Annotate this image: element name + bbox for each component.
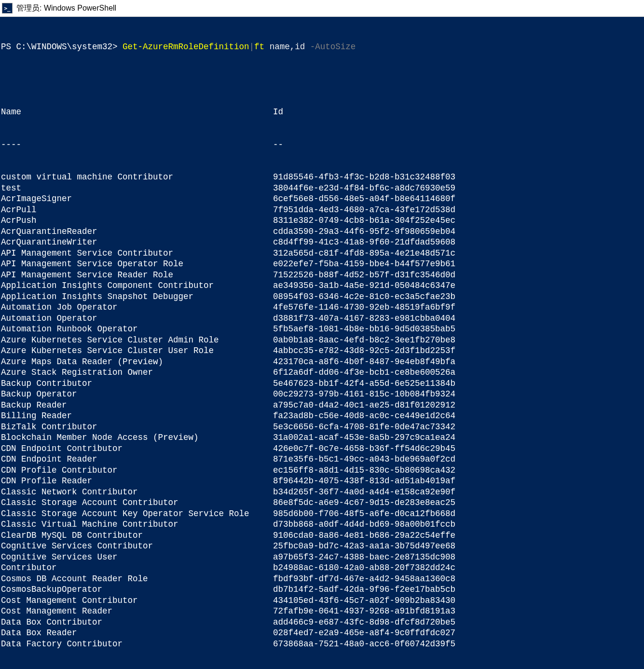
role-name-cell: ClearDB MySQL DB Contributor: [1, 530, 273, 541]
table-row: API Management Service Reader Role715225…: [0, 270, 644, 281]
pipe-char: |: [249, 42, 255, 52]
column-header-id: Id: [273, 107, 572, 118]
role-id-cell: fa23ad8b-c56e-40d8-ac0c-ce449e1d2c64: [273, 410, 572, 422]
table-row: ClearDB MySQL DB Contributor9106cda0-8a8…: [0, 530, 644, 541]
role-name-cell: AcrPush: [1, 215, 273, 226]
role-name-cell: Automation Job Operator: [1, 302, 273, 313]
role-name-cell: AcrImageSigner: [1, 193, 273, 205]
table-row: API Management Service Contributor312a56…: [0, 248, 644, 259]
role-id-cell: 673868aa-7521-48a0-acc6-0f60742d39f5: [273, 639, 572, 650]
role-name-cell: CDN Profile Reader: [1, 476, 273, 487]
role-name-cell: Automation Operator: [1, 313, 273, 324]
terminal-output[interactable]: PS C:\WINDOWS\system32> Get-AzureRmRoleD…: [0, 17, 644, 669]
role-id-cell: 7f951dda-4ed3-4680-a7ca-43fe172d538d: [273, 205, 572, 216]
table-row: Blockchain Member Node Access (Preview)3…: [0, 432, 644, 443]
role-id-cell: 5e467623-bb1f-42f4-a55d-6e525e11384b: [273, 378, 572, 389]
role-id-cell: 434105ed-43f6-45c7-a02f-909b2ba83430: [273, 595, 572, 606]
role-name-cell: Azure Stack Registration Owner: [1, 367, 273, 378]
role-name-cell: Backup Contributor: [1, 378, 273, 389]
role-name-cell: Classic Storage Account Contributor: [1, 497, 273, 508]
table-row: Azure Kubernetes Service Cluster Admin R…: [0, 335, 644, 346]
role-id-cell: 71522526-b88f-4d52-b57f-d31fc3546d0d: [273, 270, 572, 281]
table-row: Cognitive Services Contributor25fbc0a9-b…: [0, 541, 644, 552]
role-name-cell: custom virtual machine Contributor: [1, 172, 273, 183]
table-row: Cosmos DB Account Reader Rolefbdf93bf-df…: [0, 573, 644, 585]
role-name-cell: API Management Service Operator Role: [1, 259, 273, 270]
role-name-cell: Billing Reader: [1, 410, 273, 422]
role-id-cell: add466c9-e687-43fc-8d98-dfcf8d720be5: [273, 617, 572, 628]
window-title-bar[interactable]: >_ 管理员: Windows PowerShell: [0, 0, 644, 17]
role-name-cell: AcrQuarantineReader: [1, 226, 273, 237]
role-name-cell: Cost Management Contributor: [1, 595, 273, 606]
table-row: Cognitive Services Usera97b65f3-24c7-438…: [0, 552, 644, 563]
role-id-cell: 426e0c7f-0c7e-4658-b36f-ff54d6c29b45: [273, 443, 572, 454]
role-id-cell: ec156ff8-a8d1-4d15-830c-5b80698ca432: [273, 465, 572, 476]
ft-cmd: ft: [254, 42, 264, 52]
table-row: Classic Storage Account Key Operator Ser…: [0, 508, 644, 519]
window-title-text: 管理员: Windows PowerShell: [16, 3, 116, 14]
table-body: custom virtual machine Contributor91d855…: [0, 172, 644, 649]
role-name-cell: Azure Maps Data Reader (Preview): [1, 356, 273, 368]
role-id-cell: 00c29273-979b-4161-815c-10b084fb9324: [273, 389, 572, 400]
role-id-cell: 0ab0b1a8-8aac-4efd-b8c2-3ee1fb270be8: [273, 335, 572, 346]
role-name-cell: Classic Storage Account Key Operator Ser…: [1, 508, 273, 519]
role-id-cell: 312a565d-c81f-4fd8-895a-4e21e48d571c: [273, 248, 572, 259]
role-id-cell: e022efe7-f5ba-4159-bbe4-b44f577e9b61: [273, 259, 572, 270]
column-header-name: Name: [1, 107, 273, 118]
table-row: Data Factory Contributor673868aa-7521-48…: [0, 639, 644, 650]
role-id-cell: 31a002a1-acaf-453e-8a5b-297c9ca1ea24: [273, 432, 572, 443]
table-row: BizTalk Contributor5e3c6656-6cfa-4708-81…: [0, 422, 644, 433]
role-id-cell: b34d265f-36f7-4a0d-a4d4-e158ca92e90f: [273, 487, 572, 498]
table-row: API Management Service Operator Rolee022…: [0, 259, 644, 270]
table-row: AcrPush8311e382-0749-4cb8-b61a-304f252e4…: [0, 215, 644, 226]
role-name-cell: Cosmos DB Account Reader Role: [1, 573, 273, 585]
table-row: Azure Kubernetes Service Cluster User Ro…: [0, 345, 644, 356]
role-id-cell: 423170ca-a8f6-4b0f-8487-9e4eb8f49bfa: [273, 356, 572, 368]
table-row: Cost Management Contributor434105ed-43f6…: [0, 595, 644, 606]
role-id-cell: c8d4ff99-41c3-41a8-9f60-21dfdad59608: [273, 237, 572, 248]
table-row: Classic Virtual Machine Contributord73bb…: [0, 519, 644, 530]
table-row: CosmosBackupOperatordb7b14f2-5adf-42da-9…: [0, 584, 644, 595]
role-id-cell: 8f96442b-4075-438f-813d-ad51ab4019af: [273, 476, 572, 487]
role-name-cell: Classic Network Contributor: [1, 487, 273, 498]
role-id-cell: 8311e382-0749-4cb8-b61a-304f252e45ec: [273, 215, 572, 226]
role-id-cell: 91d85546-4fb3-4f3c-b2d8-b31c32488f03: [273, 172, 572, 183]
role-name-cell: Blockchain Member Node Access (Preview): [1, 432, 273, 443]
table-row: AcrImageSigner6cef56e8-d556-48e5-a04f-b8…: [0, 193, 644, 205]
role-id-cell: a795c7a0-d4a2-40c1-ae25-d81f01202912: [273, 400, 572, 411]
table-row: CDN Endpoint Reader871e35f6-b5c1-49cc-a0…: [0, 454, 644, 465]
column-dash-name: ----: [1, 139, 273, 150]
role-id-cell: 4abbcc35-e782-43d8-92c5-2d3f1bd2253f: [273, 345, 572, 356]
role-id-cell: 6f12a6df-dd06-4f3e-bcb1-ce8be600526a: [273, 367, 572, 378]
role-id-cell: 86e8f5dc-a6e9-4c67-9d15-de283e8eac25: [273, 497, 572, 508]
role-name-cell: CosmosBackupOperator: [1, 584, 273, 595]
role-name-cell: Data Factory Contributor: [1, 639, 273, 650]
role-name-cell: Classic Virtual Machine Contributor: [1, 519, 273, 530]
table-row: AcrQuarantineReadercdda3590-29a3-44f6-95…: [0, 226, 644, 237]
table-row: test38044f6e-e23d-4f84-bf6c-a8dc76930e59: [0, 183, 644, 194]
role-name-cell: CDN Endpoint Contributor: [1, 443, 273, 454]
table-row: Cost Management Reader72fafb9e-0641-4937…: [0, 606, 644, 617]
table-row: Contributorb24988ac-6180-42a0-ab88-20f73…: [0, 562, 644, 573]
role-id-cell: 985d6b00-f706-48f5-a6fe-d0ca12fb668d: [273, 508, 572, 519]
ft-args: name,id: [264, 42, 310, 52]
role-name-cell: API Management Service Reader Role: [1, 270, 273, 281]
role-id-cell: 5fb5aef8-1081-4b8e-bb16-9d5d0385bab5: [273, 324, 572, 335]
role-name-cell: CDN Endpoint Reader: [1, 454, 273, 465]
role-name-cell: API Management Service Contributor: [1, 248, 273, 259]
role-name-cell: Backup Reader: [1, 400, 273, 411]
role-name-cell: BizTalk Contributor: [1, 422, 273, 433]
role-id-cell: 5e3c6656-6cfa-4708-81fe-0de47ac73342: [273, 422, 572, 433]
role-id-cell: fbdf93bf-df7d-467e-a4d2-9458aa1360c8: [273, 573, 572, 585]
prompt-line: PS C:\WINDOWS\system32> Get-AzureRmRoleD…: [0, 41, 644, 53]
role-id-cell: 6cef56e8-d556-48e5-a04f-b8e64114680f: [273, 193, 572, 205]
prompt-prefix: PS C:\WINDOWS\system32>: [1, 42, 123, 52]
role-name-cell: Backup Operator: [1, 389, 273, 400]
role-id-cell: b24988ac-6180-42a0-ab88-20f7382dd24c: [273, 562, 572, 573]
role-name-cell: Cognitive Services Contributor: [1, 541, 273, 552]
table-row: Automation Job Operator4fe576fe-1146-473…: [0, 302, 644, 313]
role-id-cell: d73bb868-a0df-4d4d-bd69-98a00b01fccb: [273, 519, 572, 530]
role-name-cell: AcrQuarantineWriter: [1, 237, 273, 248]
role-id-cell: 38044f6e-e23d-4f84-bf6c-a8dc76930e59: [273, 183, 572, 194]
table-row: Automation Runbook Operator5fb5aef8-1081…: [0, 324, 644, 335]
